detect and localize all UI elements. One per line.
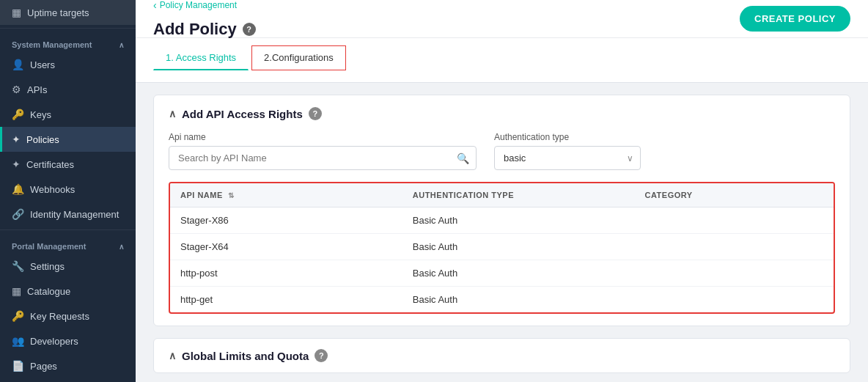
table-row: Stager-X64 Basic Auth (170, 234, 834, 260)
sidebar-item-label: Pages (30, 361, 57, 372)
sidebar-item-label: Users (30, 59, 55, 70)
auth-type-label: Authentication type (494, 132, 641, 142)
policy-icon: ✦ (12, 133, 21, 145)
pages-icon: 📄 (12, 360, 24, 372)
sidebar-item-identity-management[interactable]: 🔗 Identity Management (0, 202, 136, 227)
sidebar-item-label: Settings (30, 261, 65, 272)
global-help-icon[interactable]: ? (315, 349, 328, 362)
api-access-title: Add API Access Rights (182, 108, 303, 120)
cell-api-name: http-post (170, 260, 402, 287)
sidebar-item-label: Key Requests (30, 311, 89, 322)
api-name-label: Api name (169, 132, 477, 142)
settings-icon: 🔧 (12, 260, 24, 272)
tab-list: 1. Access Rights 2.Configurations (153, 45, 850, 70)
api-table-wrapper: API NAME ⇅ AUTHENTICATION TYPE CATEGORY (169, 182, 835, 314)
sidebar-item-apis[interactable]: ⚙ APIs (0, 77, 136, 102)
chevron-up-icon: ∧ (119, 41, 124, 49)
col-header-api-name: API NAME ⇅ (170, 183, 402, 207)
system-management-group[interactable]: System Management ∧ (0, 32, 136, 52)
api-access-card: ∧ Add API Access Rights ? Api name 🔍 Aut… (153, 95, 850, 326)
sidebar: ▦ Uptime targets System Management ∧ 👤 U… (0, 0, 136, 382)
breadcrumb-text: Policy Management (160, 0, 237, 10)
sidebar-item-keys[interactable]: 🔑 Keys (0, 102, 136, 127)
cell-category (635, 287, 834, 313)
api-table: API NAME ⇅ AUTHENTICATION TYPE CATEGORY (170, 183, 834, 312)
sidebar-item-uptime-targets[interactable]: ▦ Uptime targets (0, 0, 136, 25)
table-row: Stager-X86 Basic Auth (170, 207, 834, 234)
main-content: ‹ Policy Management Add Policy ? CREATE … (136, 0, 868, 382)
sidebar-item-label: Keys (30, 109, 51, 120)
sidebar-item-certificates[interactable]: ✦ Certificates (0, 152, 136, 177)
col-header-auth-type: AUTHENTICATION TYPE (402, 183, 635, 207)
breadcrumb-chevron: ‹ (153, 0, 157, 11)
cell-auth-type: Basic Auth (402, 260, 635, 287)
cell-auth-type: Basic Auth (402, 207, 635, 234)
api-search-input[interactable] (169, 146, 477, 170)
sidebar-item-label: Developers (30, 336, 78, 347)
search-icon: 🔍 (457, 153, 469, 164)
sidebar-item-webhooks[interactable]: 🔔 Webhooks (0, 177, 136, 202)
catalogue-icon: ▦ (12, 285, 21, 297)
cell-category (635, 207, 834, 234)
sidebar-item-label: Identity Management (30, 209, 119, 220)
sidebar-item-label: Certificates (26, 159, 74, 170)
webhook-icon: 🔔 (12, 183, 24, 195)
global-limits-header: ∧ Global Limits and Quota ? (169, 349, 835, 362)
sidebar-item-catalogue[interactable]: ▦ Catalogue (0, 279, 136, 304)
chevron-up-icon: ∧ (119, 243, 124, 251)
col-header-category: CATEGORY (635, 183, 834, 207)
page-content: ∧ Add API Access Rights ? Api name 🔍 Aut… (136, 83, 868, 382)
auth-type-group: Authentication type basic oauth jwt api-… (494, 132, 641, 170)
api-name-group: Api name 🔍 (169, 132, 477, 170)
sidebar-item-key-requests[interactable]: 🔑 Key Requests (0, 304, 136, 328)
section-help-icon[interactable]: ? (309, 107, 322, 120)
header: ‹ Policy Management Add Policy ? CREATE … (136, 0, 868, 38)
api-icon: ⚙ (12, 84, 21, 95)
user-icon: 👤 (12, 59, 24, 70)
create-policy-button[interactable]: CREATE POLICY (740, 6, 850, 32)
key-icon: 🔑 (12, 109, 24, 120)
sidebar-item-settings[interactable]: 🔧 Settings (0, 254, 136, 279)
auth-type-select[interactable]: basic oauth jwt api-key (494, 146, 641, 170)
key-req-icon: 🔑 (12, 310, 24, 322)
dev-icon: 👥 (12, 335, 24, 347)
sort-icon[interactable]: ⇅ (228, 191, 235, 199)
cell-category (635, 234, 834, 260)
tab-configurations[interactable]: 2.Configurations (251, 45, 346, 70)
sidebar-item-label: Catalogue (27, 286, 70, 297)
breadcrumb[interactable]: ‹ Policy Management (153, 0, 237, 11)
grid-icon: ▦ (12, 7, 21, 18)
sidebar-item-pages[interactable]: 📄 Pages (0, 353, 136, 378)
cell-api-name: Stager-X64 (170, 234, 402, 260)
api-table-body: Stager-X86 Basic Auth Stager-X64 Basic A… (170, 207, 834, 313)
sidebar-item-label: APIs (27, 84, 47, 95)
collapse-icon[interactable]: ∧ (169, 108, 176, 120)
sidebar-item-menus[interactable]: ≡ Menus (0, 378, 136, 382)
api-table-header: API NAME ⇅ AUTHENTICATION TYPE CATEGORY (170, 183, 834, 207)
auth-type-select-wrapper: basic oauth jwt api-key ∨ (494, 146, 641, 170)
portal-management-group[interactable]: Portal Management ∧ (0, 233, 136, 254)
sidebar-item-label: Policies (26, 134, 59, 145)
identity-icon: 🔗 (12, 208, 24, 220)
cert-icon: ✦ (12, 158, 21, 170)
api-form-row: Api name 🔍 Authentication type basic oau… (169, 132, 835, 170)
cell-api-name: http-get (170, 287, 402, 313)
collapse-global-icon[interactable]: ∧ (169, 350, 176, 361)
help-icon[interactable]: ? (243, 23, 256, 36)
table-row: http-post Basic Auth (170, 260, 834, 287)
table-row: http-get Basic Auth (170, 287, 834, 313)
global-limits-card: ∧ Global Limits and Quota ? (153, 338, 850, 373)
page-title: Add Policy (153, 20, 237, 39)
sidebar-item-policies[interactable]: ✦ Policies (0, 127, 136, 152)
cell-auth-type: Basic Auth (402, 234, 635, 260)
api-search-wrapper: 🔍 (169, 146, 477, 170)
cell-api-name: Stager-X86 (170, 207, 402, 234)
cell-auth-type: Basic Auth (402, 287, 635, 313)
sidebar-item-label: Uptime targets (27, 7, 89, 18)
sidebar-item-developers[interactable]: 👥 Developers (0, 328, 136, 353)
cell-category (635, 260, 834, 287)
tab-access-rights[interactable]: 1. Access Rights (153, 45, 249, 70)
sidebar-item-label: Webhooks (30, 184, 75, 195)
sidebar-item-users[interactable]: 👤 Users (0, 52, 136, 77)
global-limits-title: Global Limits and Quota (182, 350, 309, 362)
